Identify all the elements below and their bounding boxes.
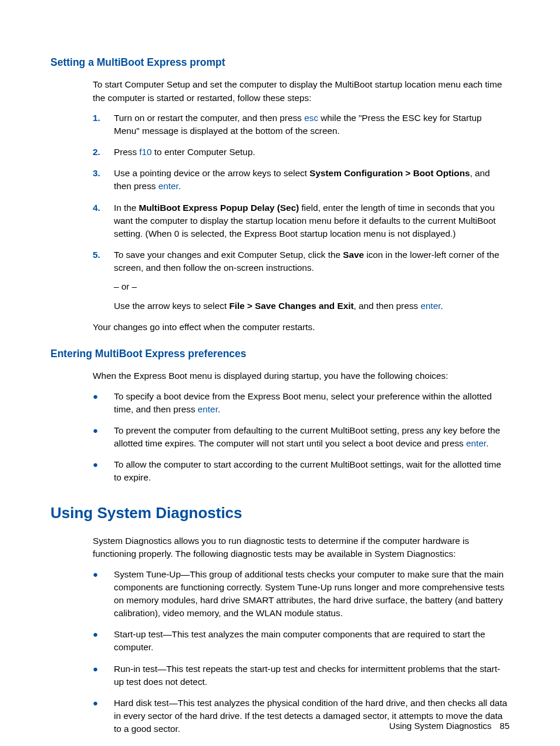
- intro-paragraph: To start Computer Setup and set the comp…: [93, 78, 510, 104]
- text-fragment: To save your changes and exit Computer S…: [114, 250, 343, 260]
- intro-paragraph: System Diagnostics allows you to run dia…: [93, 535, 510, 560]
- or-separator: – or –: [114, 280, 510, 293]
- bullet-icon: ●: [93, 458, 114, 484]
- heading-entering-preferences: Entering MultiBoot Express preferences: [50, 347, 510, 361]
- step-number: 3.: [93, 167, 114, 193]
- step-3: 3. Use a pointing device or the arrow ke…: [93, 167, 510, 193]
- step-number: 2.: [93, 146, 114, 159]
- bullet-list: ● To specify a boot device from the Expr…: [93, 390, 510, 485]
- bold-option-path: System Configuration > Boot Options: [309, 168, 470, 178]
- bullet-icon: ●: [93, 628, 114, 654]
- bullet-icon: ●: [93, 424, 114, 450]
- alt-instruction: Use the arrow keys to select File > Save…: [114, 300, 510, 312]
- section-body: To start Computer Setup and set the comp…: [93, 78, 510, 334]
- step-5: 5. To save your changes and exit Compute…: [93, 248, 510, 312]
- step-text: Use a pointing device or the arrow keys …: [114, 167, 510, 193]
- key-enter: enter: [466, 438, 486, 448]
- bullet-text: To specify a boot device from the Expres…: [114, 390, 510, 416]
- bullet-text: Start-up test—This test analyzes the mai…: [114, 628, 510, 654]
- step-text: In the MultiBoot Express Popup Delay (Se…: [114, 201, 510, 241]
- text-fragment: In the: [114, 203, 139, 213]
- heading-setting-multiboot: Setting a MultiBoot Express prompt: [50, 55, 510, 70]
- bullet-text: To prevent the computer from defaulting …: [114, 424, 510, 450]
- text-fragment: .: [218, 404, 220, 414]
- step-text: Turn on or restart the computer, and the…: [114, 112, 510, 137]
- text-fragment: to enter Computer Setup.: [152, 147, 255, 157]
- step-number: 1.: [93, 112, 114, 137]
- text-fragment: To prevent the computer from defaulting …: [114, 425, 500, 448]
- text-fragment: Use the arrow keys to select: [114, 301, 229, 311]
- bullet-item: ● System Tune-Up—This group of additiona…: [93, 568, 510, 620]
- step-number: 5.: [93, 248, 114, 312]
- key-enter: enter: [158, 181, 178, 191]
- text-fragment: .: [178, 181, 181, 191]
- text-fragment: Use a pointing device or the arrow keys …: [114, 168, 309, 178]
- bold-field-name: MultiBoot Express Popup Delay (Sec): [139, 203, 299, 213]
- bold-menu-path: File > Save Changes and Exit: [229, 301, 353, 311]
- bullet-text: System Tune-Up—This group of additional …: [114, 568, 510, 620]
- step-text: To save your changes and exit Computer S…: [114, 248, 510, 312]
- step-number: 4.: [93, 201, 114, 241]
- text-fragment: , and then press: [354, 301, 421, 311]
- bullet-icon: ●: [93, 697, 114, 736]
- bullet-list: ● System Tune-Up—This group of additiona…: [93, 568, 510, 736]
- bullet-text: Run-in test—This test repeats the start-…: [114, 663, 510, 688]
- step-1: 1. Turn on or restart the computer, and …: [93, 112, 510, 137]
- bullet-icon: ●: [93, 568, 114, 620]
- key-enter: enter: [198, 404, 218, 414]
- key-f10: f10: [139, 147, 151, 157]
- section-body: System Diagnostics allows you to run dia…: [93, 535, 510, 735]
- key-enter: enter: [420, 301, 440, 311]
- text-fragment: Turn on or restart the computer, and the…: [114, 113, 304, 123]
- bullet-item: ● To prevent the computer from defaultin…: [93, 424, 510, 450]
- step-text: Press f10 to enter Computer Setup.: [114, 146, 510, 159]
- outro-paragraph: Your changes go into effect when the com…: [93, 321, 510, 334]
- bullet-text: To allow the computer to start according…: [114, 458, 510, 484]
- key-esc: esc: [304, 113, 318, 123]
- bullet-icon: ●: [93, 663, 114, 688]
- bullet-item: ● Start-up test—This test analyzes the m…: [93, 628, 510, 654]
- text-fragment: To specify a boot device from the Expres…: [114, 391, 492, 414]
- intro-paragraph: When the Express Boot menu is displayed …: [93, 369, 510, 382]
- page-number: 85: [500, 721, 510, 731]
- bold-save: Save: [343, 250, 364, 260]
- step-4: 4. In the MultiBoot Express Popup Delay …: [93, 201, 510, 241]
- numbered-steps: 1. Turn on or restart the computer, and …: [93, 112, 510, 312]
- text-fragment: .: [441, 301, 443, 311]
- step-2: 2. Press f10 to enter Computer Setup.: [93, 146, 510, 159]
- bullet-item: ● To allow the computer to start accordi…: [93, 458, 510, 484]
- page-footer: Using System Diagnostics85: [389, 720, 510, 732]
- heading-using-system-diagnostics: Using System Diagnostics: [50, 502, 510, 525]
- text-fragment: .: [486, 438, 488, 448]
- bullet-item: ● Run-in test—This test repeats the star…: [93, 663, 510, 688]
- bullet-icon: ●: [93, 390, 114, 416]
- document-page: Setting a MultiBoot Express prompt To st…: [0, 0, 560, 746]
- text-fragment: Press: [114, 147, 139, 157]
- footer-title: Using System Diagnostics: [389, 721, 491, 731]
- bullet-item: ● To specify a boot device from the Expr…: [93, 390, 510, 416]
- section-body: When the Express Boot menu is displayed …: [93, 369, 510, 484]
